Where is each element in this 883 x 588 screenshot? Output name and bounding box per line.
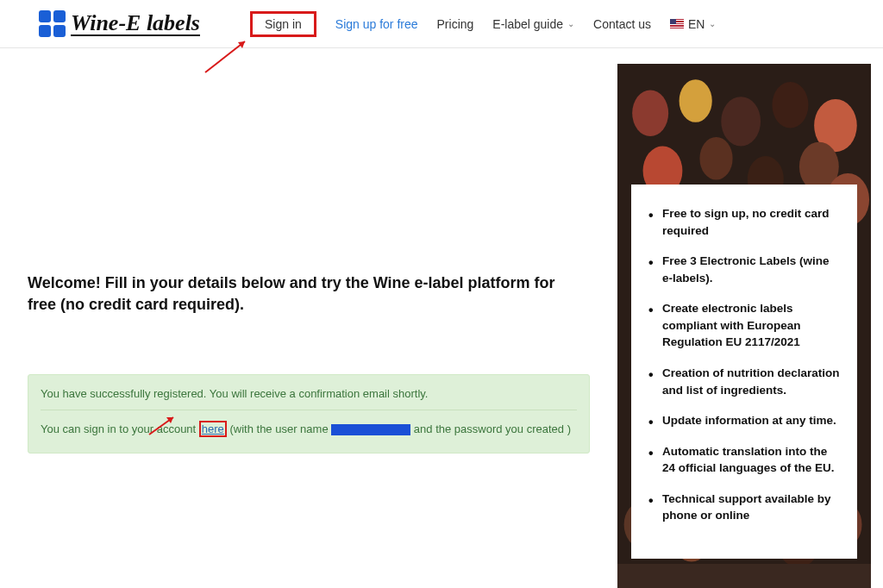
success-alert: You have successfully registered. You wi… <box>28 374 590 454</box>
nav-signin[interactable]: Sign in <box>265 17 302 31</box>
svg-point-6 <box>772 82 808 128</box>
nav-contact[interactable]: Contact us <box>593 17 651 31</box>
feature-item: Automatic translation into the 24 offici… <box>647 443 842 477</box>
signin-highlight-box: Sign in <box>250 11 316 37</box>
nav-menu: Sign in Sign up for free Pricing E-label… <box>250 11 716 37</box>
alert-message-2: You can sign in to your account here (wi… <box>41 410 577 435</box>
nav-guide[interactable]: E-label guide ⌄ <box>492 17 574 31</box>
feature-item: Free to sign up, no credit card required <box>647 205 842 239</box>
logo[interactable]: Wine-E labels <box>39 10 200 37</box>
nav-language[interactable]: EN ⌄ <box>670 17 716 31</box>
svg-point-3 <box>632 91 668 136</box>
alert-text-b: (with the user name <box>227 422 331 435</box>
welcome-heading: Welcome! Fill in your details below and … <box>28 272 562 316</box>
nav-lang-label: EN <box>688 17 705 31</box>
features-list: Free to sign up, no credit card required… <box>647 205 842 524</box>
feature-item: Update information at any time. <box>647 412 842 429</box>
svg-point-5 <box>721 97 761 146</box>
header-nav: Wine-E labels Sign in Sign up for free P… <box>0 0 883 48</box>
right-column: Free to sign up, no credit card required… <box>617 48 883 588</box>
here-highlight-box: here <box>199 421 227 437</box>
svg-point-4 <box>679 79 712 122</box>
alert-text-c: and the password you created ) <box>410 422 571 435</box>
feature-item: Technical support available by phone or … <box>647 491 842 524</box>
chevron-down-icon: ⌄ <box>567 19 574 28</box>
left-column: Welcome! Fill in your details below and … <box>0 48 617 588</box>
signin-here-link[interactable]: here <box>202 422 224 435</box>
svg-point-9 <box>699 137 732 180</box>
nav-signup[interactable]: Sign up for free <box>335 17 418 31</box>
main-content: Welcome! Fill in your details below and … <box>0 48 883 588</box>
alert-message-1: You have successfully registered. You wi… <box>41 387 577 410</box>
feature-item: Creation of nutrition declaration and li… <box>647 365 842 398</box>
nav-guide-label: E-label guide <box>492 17 563 31</box>
chevron-down-icon: ⌄ <box>709 19 716 28</box>
logo-icon <box>39 10 66 37</box>
sidebar-background: Free to sign up, no credit card required… <box>617 64 871 588</box>
flag-us-icon <box>670 19 684 28</box>
feature-item: Create electronic labels compliant with … <box>647 300 842 351</box>
features-card: Free to sign up, no credit card required… <box>631 185 857 559</box>
redacted-username <box>331 424 410 435</box>
feature-item: Free 3 Electronic Labels (wine e-labels)… <box>647 253 842 286</box>
nav-pricing[interactable]: Pricing <box>437 17 474 31</box>
alert-text-a: You can sign in to your account <box>41 422 199 435</box>
logo-text: Wine-E labels <box>71 12 200 36</box>
